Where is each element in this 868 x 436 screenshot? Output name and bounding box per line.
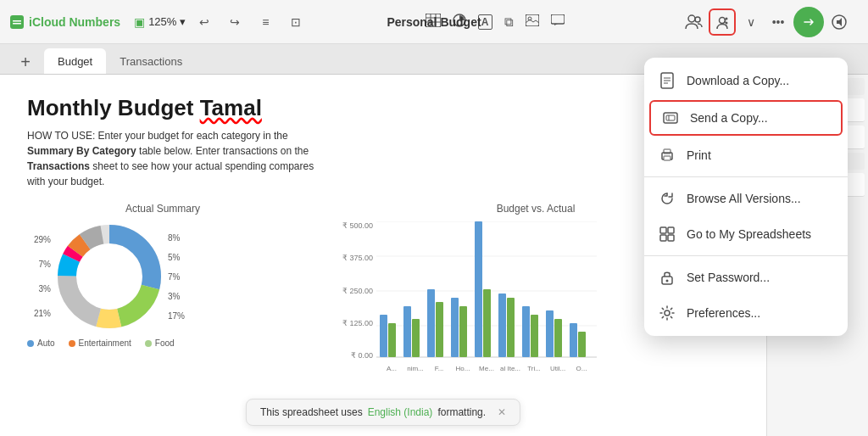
menu-item-send-copy[interactable]: Send a Copy... [649,100,843,136]
svg-rect-50 [570,323,577,357]
svg-rect-48 [546,310,554,357]
legend-food: Food [145,338,175,348]
legend-entertainment: Entertainment [69,338,131,348]
svg-rect-41 [459,306,467,357]
set-password-label: Set Password... [687,271,770,284]
comment-icon[interactable] [551,14,565,30]
tab-transactions[interactable]: Transactions [106,48,196,74]
svg-rect-44 [498,293,506,357]
svg-rect-57 [666,115,675,120]
bar-y-axis: ₹ 500.00 ₹ 375.00 ₹ 250.00 ₹ 125.00 ₹ 0.… [332,221,373,361]
present-button[interactable] [793,7,824,37]
document-title: Personal Budget [387,14,481,30]
svg-rect-37 [412,319,420,357]
add-tab-button[interactable]: + [14,50,37,74]
svg-rect-56 [664,113,677,123]
svg-rect-47 [531,315,538,357]
svg-point-13 [695,17,700,22]
svg-rect-43 [483,289,491,357]
svg-rect-60 [664,156,670,160]
svg-rect-46 [522,306,530,357]
undo-button[interactable]: ↩ [192,10,216,34]
donut-chart-container: Actual Summary 29% 7% 3% 21% [27,203,298,372]
menu-divider-1 [644,176,848,177]
download-copy-label: Download a Copy... [687,74,789,87]
shape-icon[interactable]: ⧉ [504,14,514,30]
charts-row: Actual Summary 29% 7% 3% 21% [27,203,739,372]
preferences-icon [658,304,676,322]
svg-point-14 [720,17,726,23]
svg-rect-9 [526,14,539,26]
svg-rect-2 [13,23,21,25]
list-view-button[interactable]: ≡ [253,10,277,34]
svg-rect-35 [388,323,396,357]
bar-x-labels: A... nim... F... Ho... Me... al Ite... T… [376,365,739,372]
menu-item-print[interactable]: Print [644,137,848,173]
toast-close-button[interactable]: ✕ [498,406,506,418]
svg-rect-62 [660,227,666,233]
svg-rect-39 [436,302,443,357]
legend-auto-dot [27,340,34,347]
header-right: ∨ ••• [682,7,858,37]
donut-chart-title: Actual Summary [27,203,298,215]
zoom-control[interactable]: ▣ 125% ▾ [134,15,186,29]
legend-entertainment-dot [69,340,75,347]
toolbar-middle: A ⧉ [308,14,682,31]
svg-rect-63 [668,227,674,233]
svg-rect-49 [554,319,562,357]
menu-item-my-spreadsheets[interactable]: Go to My Spreadsheets [644,216,848,252]
print-label: Print [687,148,711,162]
menu-divider-2 [644,255,848,256]
send-copy-label: Send a Copy... [690,111,768,125]
tab-budget[interactable]: Budget [44,48,106,74]
icloud-logo-icon [10,15,24,29]
svg-point-68 [665,310,670,316]
zoom-chevron: ▾ [180,15,186,28]
legend-auto: Auto [27,338,55,348]
donut-labels-left: 29% 7% 3% 21% [27,235,51,318]
audio-button[interactable] [827,10,851,34]
collapse-button[interactable]: ∨ [739,10,763,34]
dropdown-menu: Download a Copy... Send a Copy... Print … [644,58,848,336]
menu-item-download[interactable]: Download a Copy... [644,63,848,98]
set-password-icon [658,268,676,287]
browse-versions-icon [658,189,676,208]
legend-food-dot [145,340,152,347]
my-spreadsheets-label: Go to My Spreadsheets [687,227,811,241]
svg-rect-40 [451,298,459,357]
svg-rect-11 [551,14,565,24]
budget-description: HOW TO USE: Enter your budget for each c… [27,128,315,189]
download-copy-icon [658,71,676,90]
svg-rect-38 [427,289,435,357]
bar-chart-svg [376,221,597,361]
donut-labels-right: 8% 5% 7% 3% 17% [168,233,192,321]
share-button[interactable] [709,8,736,36]
more-options-button[interactable]: ••• [766,10,790,34]
toolbar-left: ▣ 125% ▾ ↩ ↪ ≡ ⊡ [134,10,308,34]
menu-item-set-password[interactable]: Set Password... [644,260,848,295]
menu-item-browse-versions[interactable]: Browse All Versions... [644,181,848,216]
budget-title-name: Tamal [200,95,262,120]
budget-title: Monthly Budget Tamal [27,95,739,121]
svg-rect-36 [403,306,411,357]
send-copy-icon [661,109,680,127]
svg-rect-51 [578,332,586,357]
toast-language-link[interactable]: English (India) [368,406,433,418]
svg-rect-0 [10,15,24,29]
media-icon[interactable] [526,14,539,30]
donut-legend: Auto Entertainment Food [27,338,298,348]
collaborate-button[interactable] [682,10,705,34]
svg-rect-42 [475,221,482,357]
print-icon [658,146,676,165]
header: iCloud Numbers ▣ 125% ▾ ↩ ↪ ≡ ⊡ A ⧉ [0,0,868,44]
toast-notification: This spreadsheet uses English (India) fo… [246,399,520,426]
sheet-icon: ▣ [134,15,145,29]
svg-rect-45 [507,298,515,357]
svg-point-67 [666,280,669,282]
svg-rect-1 [13,20,21,22]
redo-button[interactable]: ↪ [223,10,247,34]
grid-view-button[interactable]: ⊡ [284,10,308,34]
menu-item-preferences[interactable]: Preferences... [644,295,848,331]
svg-rect-65 [668,235,674,241]
my-spreadsheets-icon [658,225,676,243]
